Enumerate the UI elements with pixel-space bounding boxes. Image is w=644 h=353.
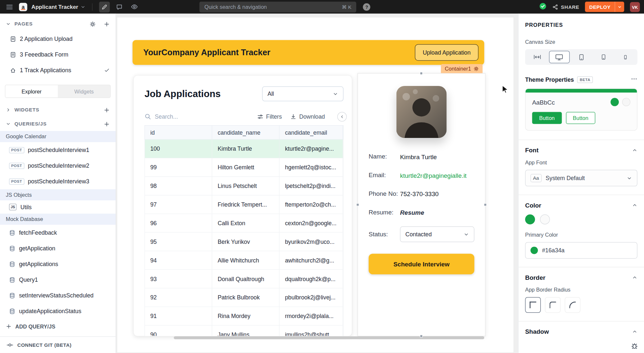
selected-widget-badge[interactable]: Container1 — [441, 64, 483, 73]
email-link[interactable]: kturtle2r@paginegialle.it — [400, 172, 467, 178]
schedule-interview-button[interactable]: Schedule Interview — [369, 254, 475, 274]
widgets-header[interactable]: WIDGETS — [0, 103, 116, 117]
column-header[interactable]: candidate_name — [212, 126, 280, 139]
table-cell[interactable]: 94 — [145, 251, 212, 270]
table-cell[interactable]: cexton2n@google... — [280, 214, 343, 232]
sidebar-item-page[interactable]: 2 Application Upload — [0, 31, 116, 47]
table-cell[interactable]: 90 — [145, 326, 212, 336]
table-row[interactable]: 97 Friedrick Tempert... ftemperton2o@ch.… — [145, 195, 343, 214]
debug-bug-icon[interactable] — [631, 342, 638, 350]
canvas-size-phone-button[interactable] — [615, 51, 636, 63]
table-row[interactable]: 94 Allie Whitchurch awhitchurch2l@g... — [145, 251, 343, 270]
canvas-size-desktop-button[interactable] — [549, 51, 570, 63]
table-row[interactable]: 93 Donall Qualtrough dqualtrough2k@p... — [145, 270, 343, 288]
table-row[interactable]: 100 Kimbra Turtle kturtle2r@pagine... — [145, 140, 343, 158]
theme-menu-icon[interactable] — [631, 76, 637, 83]
table-cell[interactable]: Patrick Bulbrook — [212, 288, 280, 307]
radius-option-sharp[interactable] — [525, 297, 541, 313]
widget-settings-gear-icon[interactable] — [474, 66, 479, 71]
status-select[interactable]: Contacted — [400, 227, 475, 242]
sidebar-item-page[interactable]: 3 Feeedback Form — [0, 47, 116, 62]
gear-icon[interactable] — [89, 21, 96, 27]
resize-handle-right[interactable] — [484, 203, 487, 206]
avatar[interactable]: VK — [630, 2, 640, 12]
table-cell[interactable]: 92 — [145, 288, 212, 307]
status-filter-select[interactable]: All — [262, 86, 344, 101]
radius-option-medium[interactable] — [545, 297, 561, 313]
queries-header[interactable]: QUERIES/JS — [0, 117, 116, 131]
query-item[interactable]: setInterviewStatusScheduled — [0, 288, 116, 303]
table-cell[interactable]: 96 — [145, 214, 212, 232]
table-row[interactable]: 95 Berk Yurikov byurikov2m@uco... — [145, 233, 343, 251]
edit-mode-icon[interactable] — [99, 1, 110, 12]
table-cell[interactable]: lpetschelt2p@indi... — [280, 177, 343, 195]
table-row[interactable]: 96 Calli Exton cexton2n@google... — [145, 214, 343, 233]
add-widget-icon[interactable] — [104, 107, 110, 113]
js-object-item[interactable]: JS Utils — [0, 200, 116, 213]
resize-handle-bottom[interactable] — [420, 335, 423, 338]
table-cell[interactable]: Jany Mullins — [212, 326, 280, 336]
table-cell[interactable]: rmordey2i@plala... — [280, 307, 343, 325]
table-cell[interactable]: Calli Exton — [212, 214, 280, 232]
filters-button[interactable]: Filters — [257, 113, 282, 120]
deploy-caret-icon[interactable] — [615, 2, 624, 12]
tab-explorer[interactable]: Explorer — [5, 85, 58, 97]
font-section-header[interactable]: Font — [525, 147, 637, 154]
radius-option-round[interactable] — [565, 297, 580, 313]
app-header-widget[interactable]: YourCompany Applicant Tracker Upload App… — [133, 40, 484, 65]
table-cell[interactable]: hgemlett2q@istoc... — [280, 158, 343, 176]
table-cell[interactable]: Donall Qualtrough — [212, 270, 280, 288]
add-query-js-button[interactable]: ADD QUERY/JS — [0, 319, 116, 334]
candidate-detail-container[interactable]: Container1 — [358, 73, 486, 336]
preview-icon[interactable] — [129, 1, 140, 12]
query-item[interactable]: getApplications — [0, 256, 116, 272]
query-item[interactable]: POST postScheduleInterview2 — [0, 158, 116, 174]
table-cell[interactable]: pbulbrook2j@livej... — [280, 288, 343, 307]
resize-handle-top[interactable] — [420, 72, 423, 75]
query-group-google-calendar[interactable]: Google Calendar — [0, 131, 116, 142]
table-row[interactable]: 99 Hilton Gemlett hgemlett2q@istoc... — [145, 158, 343, 177]
color-section-header[interactable]: Color — [525, 202, 637, 209]
table-cell[interactable]: ftemperton2o@ch... — [280, 195, 343, 214]
horizontal-scrollbar[interactable] — [174, 336, 484, 339]
table-search-input[interactable] — [155, 113, 208, 120]
table-row[interactable]: 92 Patrick Bulbrook pbulbrook2j@livej... — [145, 288, 343, 307]
table-cell[interactable]: 99 — [145, 158, 212, 176]
table-cell[interactable]: Rina Mordey — [212, 307, 280, 325]
add-query-icon[interactable] — [104, 121, 110, 127]
primary-color-swatch[interactable] — [525, 214, 535, 224]
connect-git-button[interactable]: CONNECT GIT (BETA) — [0, 336, 116, 353]
resume-link[interactable]: Resume — [400, 209, 424, 216]
help-icon[interactable]: ? — [363, 3, 371, 10]
table-cell[interactable]: Kimbra Turtle — [212, 140, 280, 158]
sidebar-item-page-active[interactable]: 1 Track Applications — [0, 62, 116, 78]
column-header[interactable]: candidate_email — [280, 126, 343, 139]
pages-header[interactable]: PAGES — [0, 17, 116, 31]
table-cell[interactable]: jmullins2h@shutt... — [280, 326, 343, 336]
table-cell[interactable]: 91 — [145, 307, 212, 325]
query-group-mock-database[interactable]: Mock Database — [0, 214, 116, 225]
query-item[interactable]: updateApplicationStatus — [0, 303, 116, 319]
table-cell[interactable]: 95 — [145, 233, 212, 251]
table-cell[interactable]: dqualtrough2k@p... — [280, 270, 343, 288]
download-button[interactable]: Download — [290, 113, 325, 120]
table-cell[interactable]: Hilton Gemlett — [212, 158, 280, 176]
tab-widgets[interactable]: Widgets — [58, 85, 110, 97]
query-item[interactable]: Query1 — [0, 272, 116, 288]
quick-search-input[interactable]: Quick search & navigation ⌘ K — [200, 1, 356, 12]
background-color-swatch[interactable] — [540, 214, 550, 224]
table-cell[interactable]: Allie Whitchurch — [212, 251, 280, 270]
table-cell[interactable]: kturtle2r@pagine... — [280, 140, 343, 158]
table-row[interactable]: 98 Linus Petschelt lpetschelt2p@indi... — [145, 177, 343, 195]
query-item[interactable]: fetchFeedback — [0, 225, 116, 241]
hamburger-menu-icon[interactable] — [4, 1, 15, 12]
table-cell[interactable]: 93 — [145, 270, 212, 288]
app-title-menu[interactable]: Applicant Tracker — [31, 4, 86, 10]
table-cell[interactable]: 97 — [145, 195, 212, 214]
query-item[interactable]: POST postScheduleInterview3 — [0, 174, 116, 189]
add-page-icon[interactable] — [104, 21, 110, 27]
canvas-size-tablet-small-button[interactable] — [593, 51, 614, 63]
table-cell[interactable]: Linus Petschelt — [212, 177, 280, 195]
border-section-header[interactable]: Border — [525, 274, 637, 281]
table-row[interactable]: 90 Jany Mullins jmullins2h@shutt... — [145, 326, 343, 336]
